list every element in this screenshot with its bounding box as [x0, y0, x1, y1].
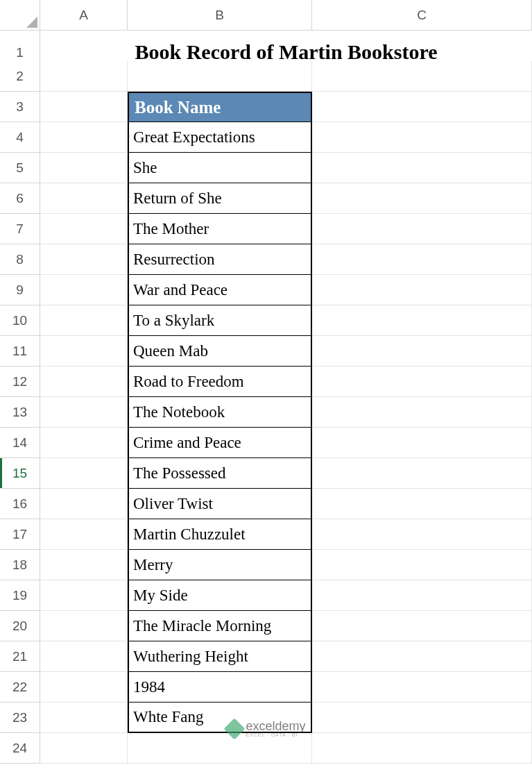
col-header-a[interactable]: A [40, 0, 128, 31]
cell-a9[interactable] [40, 275, 128, 305]
cell-a10[interactable] [40, 305, 128, 336]
cell-a13[interactable] [40, 397, 128, 428]
cell-c23[interactable] [312, 703, 532, 733]
cell-c16[interactable] [312, 489, 532, 519]
cell-c6[interactable] [312, 183, 532, 214]
cell-c9[interactable] [312, 275, 532, 305]
spreadsheet-grid: A B C 1 Book Record of Martin Bookstore … [0, 0, 532, 764]
cell-a23[interactable] [40, 703, 128, 733]
table-row[interactable]: Great Expectations [128, 122, 312, 153]
table-row[interactable]: Martin Chuzzulet [128, 519, 312, 550]
cell-a4[interactable] [40, 122, 128, 153]
col-header-c[interactable]: C [312, 0, 532, 31]
table-header[interactable]: Book Name [128, 92, 312, 122]
row-header-10[interactable]: 10 [0, 305, 40, 336]
cell-c5[interactable] [312, 153, 532, 183]
cell-a6[interactable] [40, 183, 128, 214]
row-header-12[interactable]: 12 [0, 367, 40, 397]
cell-b2[interactable] [128, 61, 312, 92]
cell-c2[interactable] [312, 61, 532, 92]
table-row[interactable]: My Side [128, 580, 312, 611]
row-header-13[interactable]: 13 [0, 397, 40, 428]
row-header-17[interactable]: 17 [0, 519, 40, 550]
row-header-6[interactable]: 6 [0, 183, 40, 214]
row-header-4[interactable]: 4 [0, 122, 40, 153]
cell-c21[interactable] [312, 641, 532, 672]
cell-c3[interactable] [312, 92, 532, 122]
cell-c10[interactable] [312, 305, 532, 336]
cell-c8[interactable] [312, 244, 532, 275]
row-header-18[interactable]: 18 [0, 550, 40, 580]
cell-a7[interactable] [40, 214, 128, 244]
row-header-15[interactable]: 15 [0, 458, 40, 489]
table-row[interactable]: She [128, 153, 312, 183]
watermark-brand: exceldemy [246, 720, 305, 732]
row-header-22[interactable]: 22 [0, 672, 40, 703]
table-row[interactable]: Return of She [128, 183, 312, 214]
cell-c14[interactable] [312, 428, 532, 458]
row-header-11[interactable]: 11 [0, 336, 40, 367]
cell-a8[interactable] [40, 244, 128, 275]
cell-c18[interactable] [312, 550, 532, 580]
row-header-20[interactable]: 20 [0, 611, 40, 641]
watermark-tagline: EXCEL · DATA · BI [246, 732, 305, 737]
brand-logo-icon [223, 718, 245, 739]
cell-c11[interactable] [312, 336, 532, 367]
table-row[interactable]: The Notebook [128, 397, 312, 428]
cell-a24[interactable] [40, 733, 128, 764]
table-row[interactable]: Queen Mab [128, 336, 312, 367]
cell-a17[interactable] [40, 519, 128, 550]
row-header-7[interactable]: 7 [0, 214, 40, 244]
cell-c20[interactable] [312, 611, 532, 641]
cell-c24[interactable] [312, 733, 532, 764]
cell-a22[interactable] [40, 672, 128, 703]
row-header-24[interactable]: 24 [0, 733, 40, 764]
row-header-9[interactable]: 9 [0, 275, 40, 305]
cell-c15[interactable] [312, 458, 532, 489]
cell-a5[interactable] [40, 153, 128, 183]
cell-a14[interactable] [40, 428, 128, 458]
cell-c17[interactable] [312, 519, 532, 550]
table-row[interactable]: Wuthering Height [128, 641, 312, 672]
cell-a20[interactable] [40, 611, 128, 641]
table-row[interactable]: Road to Freedom [128, 367, 312, 397]
cell-c7[interactable] [312, 214, 532, 244]
cell-c22[interactable] [312, 672, 532, 703]
cell-b24[interactable] [128, 733, 312, 764]
cell-c4[interactable] [312, 122, 532, 153]
cell-a2[interactable] [40, 61, 128, 92]
cell-a21[interactable] [40, 641, 128, 672]
select-all-corner[interactable] [0, 0, 40, 31]
cell-c12[interactable] [312, 367, 532, 397]
cell-a3[interactable] [40, 92, 128, 122]
row-header-8[interactable]: 8 [0, 244, 40, 275]
table-row[interactable]: Crime and Peace [128, 428, 312, 458]
cell-a11[interactable] [40, 336, 128, 367]
table-row[interactable]: The Miracle Morning [128, 611, 312, 641]
cell-a12[interactable] [40, 367, 128, 397]
row-header-16[interactable]: 16 [0, 489, 40, 519]
col-header-b[interactable]: B [128, 0, 312, 31]
row-header-14[interactable]: 14 [0, 428, 40, 458]
row-header-23[interactable]: 23 [0, 703, 40, 733]
row-header-2[interactable]: 2 [0, 61, 40, 92]
table-row[interactable]: To a Skylark [128, 305, 312, 336]
cell-a16[interactable] [40, 489, 128, 519]
row-header-5[interactable]: 5 [0, 153, 40, 183]
cell-c13[interactable] [312, 397, 532, 428]
table-row[interactable]: The Possessed [128, 458, 312, 489]
watermark: exceldemy EXCEL · DATA · BI [226, 720, 305, 737]
table-row[interactable]: Resurrection [128, 244, 312, 275]
table-row[interactable]: Oliver Twist [128, 489, 312, 519]
row-header-3[interactable]: 3 [0, 92, 40, 122]
row-header-21[interactable]: 21 [0, 641, 40, 672]
table-row[interactable]: Merry [128, 550, 312, 580]
table-row[interactable]: 1984 [128, 672, 312, 703]
cell-c19[interactable] [312, 580, 532, 611]
row-header-19[interactable]: 19 [0, 580, 40, 611]
cell-a19[interactable] [40, 580, 128, 611]
table-row[interactable]: War and Peace [128, 275, 312, 305]
cell-a15[interactable] [40, 458, 128, 489]
table-row[interactable]: The Mother [128, 214, 312, 244]
cell-a18[interactable] [40, 550, 128, 580]
